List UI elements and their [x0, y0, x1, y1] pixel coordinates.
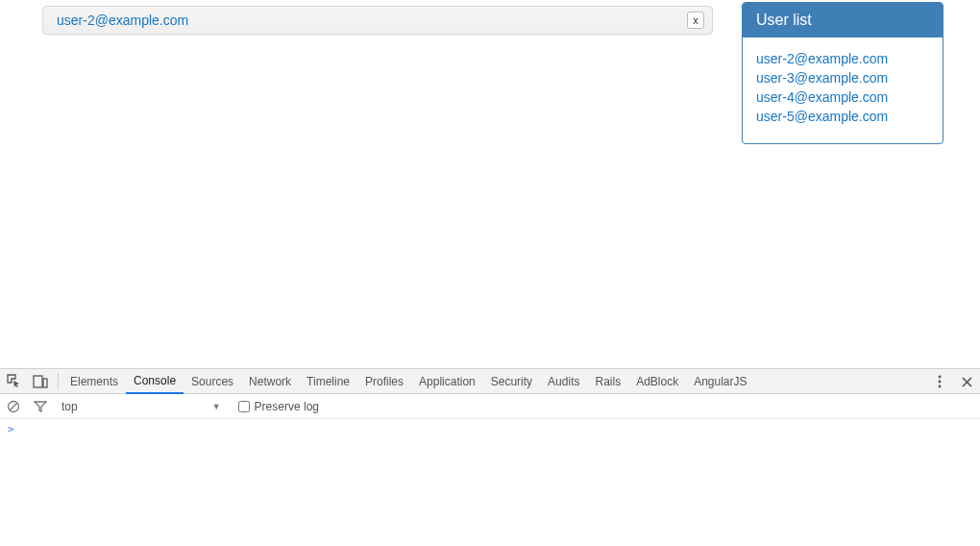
close-button[interactable]: x — [687, 12, 704, 29]
filter-icon[interactable] — [27, 394, 54, 419]
user-list-item[interactable]: user-5@example.com — [756, 107, 929, 126]
svg-point-3 — [939, 381, 942, 384]
user-list-body: user-2@example.com user-3@example.com us… — [743, 37, 943, 143]
preserve-log-control[interactable]: Preserve log — [238, 400, 319, 413]
context-selector[interactable]: top ▼ — [56, 394, 227, 419]
tab-security[interactable]: Security — [483, 369, 540, 394]
svg-rect-0 — [34, 376, 42, 387]
tab-profiles[interactable]: Profiles — [357, 369, 411, 394]
tab-timeline[interactable]: Timeline — [299, 369, 357, 394]
context-label: top — [61, 400, 78, 413]
tab-audits[interactable]: Audits — [540, 369, 587, 394]
tab-adblock[interactable]: AdBlock — [628, 369, 686, 394]
inspect-element-icon[interactable] — [0, 369, 27, 394]
close-devtools-icon[interactable] — [953, 369, 980, 394]
preserve-log-label: Preserve log — [255, 400, 319, 413]
devtools-panel: Elements Console Sources Network Timelin… — [0, 368, 980, 546]
page-area: user-2@example.com x User list user-2@ex… — [0, 0, 980, 368]
svg-point-2 — [939, 376, 942, 379]
preserve-log-checkbox[interactable] — [238, 401, 250, 412]
more-icon[interactable] — [926, 369, 953, 394]
console-body[interactable]: > — [0, 419, 980, 439]
device-toolbar-icon[interactable] — [27, 369, 54, 394]
selected-user-bar: user-2@example.com x — [42, 6, 713, 35]
svg-rect-1 — [43, 379, 47, 387]
clear-console-icon[interactable] — [0, 394, 27, 419]
svg-point-4 — [939, 385, 942, 388]
devtools-tabs-bar: Elements Console Sources Network Timelin… — [0, 369, 980, 394]
tabs-separator — [58, 373, 59, 390]
selected-user-text: user-2@example.com — [57, 12, 687, 28]
tab-sources[interactable]: Sources — [184, 369, 241, 394]
chevron-down-icon: ▼ — [212, 402, 221, 411]
devtools-tabs-left: Elements Console Sources Network Timelin… — [0, 369, 755, 393]
user-list-item[interactable]: user-3@example.com — [756, 68, 929, 87]
console-toolbar: top ▼ Preserve log — [0, 394, 980, 419]
user-list-item[interactable]: user-4@example.com — [756, 87, 929, 107]
tab-elements[interactable]: Elements — [62, 369, 126, 394]
tab-application[interactable]: Application — [411, 369, 483, 394]
tab-network[interactable]: Network — [241, 369, 299, 394]
console-prompt: > — [8, 423, 14, 435]
user-list-title: User list — [743, 3, 943, 37]
user-list-item[interactable]: user-2@example.com — [756, 49, 929, 68]
user-list-card: User list user-2@example.com user-3@exam… — [742, 2, 943, 144]
tab-angularjs[interactable]: AngularJS — [686, 369, 754, 394]
devtools-tabs-right — [926, 369, 980, 394]
tab-rails[interactable]: Rails — [587, 369, 628, 394]
tab-console[interactable]: Console — [126, 369, 184, 394]
